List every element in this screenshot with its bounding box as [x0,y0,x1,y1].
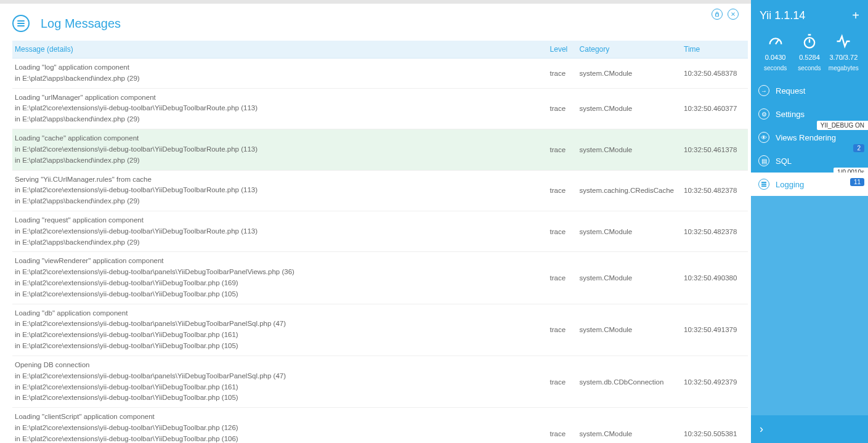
log-message: Loading "cache" application componentin … [12,129,545,170]
db-icon: ▤ [758,155,769,166]
gear-icon: ⚙ [758,108,769,120]
log-message: Loading "log" application componentin E:… [12,59,545,89]
table-row[interactable]: Loading "clientScript" application compo… [12,408,748,443]
log-level: trace [545,59,575,89]
table-row[interactable]: Opening DB connectionin E:\plat2\core\ex… [12,356,748,407]
sidebar-item-settings[interactable]: ⚙SettingsYII_DEBUG ON [751,102,868,126]
log-time: 10:32:50.482378 [679,211,748,251]
menu-icon[interactable] [12,15,30,32]
log-time: 10:32:50.458378 [679,59,748,89]
log-time: 10:32:50.482378 [679,170,748,211]
log-category: system.CModule [575,59,679,89]
log-time: 10:32:50.492379 [679,356,748,407]
log-message: Loading "viewRenderer" application compo… [12,252,545,304]
log-time: 10:32:50.461378 [679,129,748,170]
col-category[interactable]: Category [575,41,679,59]
sidebar-title: Yii 1.1.14 [760,9,805,22]
menu-icon [758,179,769,190]
table-row[interactable]: Loading "viewRenderer" application compo… [12,252,748,304]
log-table: Message (details) Level Category Time Lo… [12,41,748,443]
log-time: 10:32:50.490380 [679,252,748,304]
log-level: trace [545,408,575,443]
eye-icon: 👁 [758,132,769,143]
plus-icon[interactable]: + [852,9,859,23]
badge: 11 [850,178,864,186]
table-row[interactable]: Loading "request" application componenti… [12,211,748,251]
sidebar-item-label: Request [776,86,805,96]
sidebar-item-label: Logging [776,180,804,189]
table-row[interactable]: Loading "db" application componentin E:\… [12,304,748,356]
log-category: system.CModule [575,252,679,304]
table-row[interactable]: Loading "urlManager" application compone… [12,88,748,129]
log-level: trace [545,304,575,356]
chevron-right-icon[interactable]: › [760,423,859,436]
sidebar-item-label: Views Rendering [776,133,836,142]
log-level: trace [545,356,575,407]
log-time: 10:32:50.505381 [679,408,748,443]
log-category: system.CModule [575,211,679,251]
log-time: 10:32:50.460377 [679,88,748,129]
sidebar-item-label: SQL [776,156,792,166]
top-stripe [0,0,751,4]
col-time[interactable]: Time [679,41,748,59]
log-message: Loading "db" application componentin E:\… [12,304,545,356]
log-category: system.CModule [575,129,679,170]
log-message: Serving "Yii.CUrlManager.rules" from cac… [12,170,545,211]
table-row[interactable]: Loading "cache" application componentin … [12,129,748,170]
log-level: trace [545,88,575,129]
arrow-icon: → [758,85,769,96]
log-level: trace [545,252,575,304]
stat-stopwatch: 0.5284seconds [792,33,826,71]
sidebar-item-sql[interactable]: ▤SQL1/0.0010s [751,149,868,173]
col-message[interactable]: Message (details) [12,41,545,59]
log-message: Loading "urlManager" application compone… [12,88,545,129]
log-message: Loading "clientScript" application compo… [12,408,545,443]
log-level: trace [545,170,575,211]
table-row[interactable]: Serving "Yii.CUrlManager.rules" from cac… [12,170,748,211]
stat-activity: 3.70/3.72megabytes [827,33,861,71]
log-category: system.CModule [575,304,679,356]
sidebar-item-request[interactable]: →Request [751,79,868,102]
log-message: Opening DB connectionin E:\plat2\core\ex… [12,356,545,407]
table-row[interactable]: Loading "log" application componentin E:… [12,59,748,89]
page-title: Log Messages [41,17,121,31]
debug-sidebar: Yii 1.1.14 + 0.0430seconds0.5284seconds3… [751,0,868,443]
log-level: trace [545,211,575,251]
log-category: system.CModule [575,88,679,129]
log-category: system.CModule [575,408,679,443]
stat-gauge: 0.0430seconds [758,33,792,71]
sidebar-item-logging[interactable]: Logging11 [751,173,868,196]
sidebar-item-views-rendering[interactable]: 👁Views Rendering2 [751,126,868,149]
log-message: Loading "request" application componenti… [12,211,545,251]
log-category: system.caching.CRedisCache [575,170,679,211]
sidebar-item-label: Settings [776,110,805,119]
log-category: system.db.CDbConnection [575,356,679,407]
col-level[interactable]: Level [545,41,575,59]
log-time: 10:32:50.491379 [679,304,748,356]
log-level: trace [545,129,575,170]
